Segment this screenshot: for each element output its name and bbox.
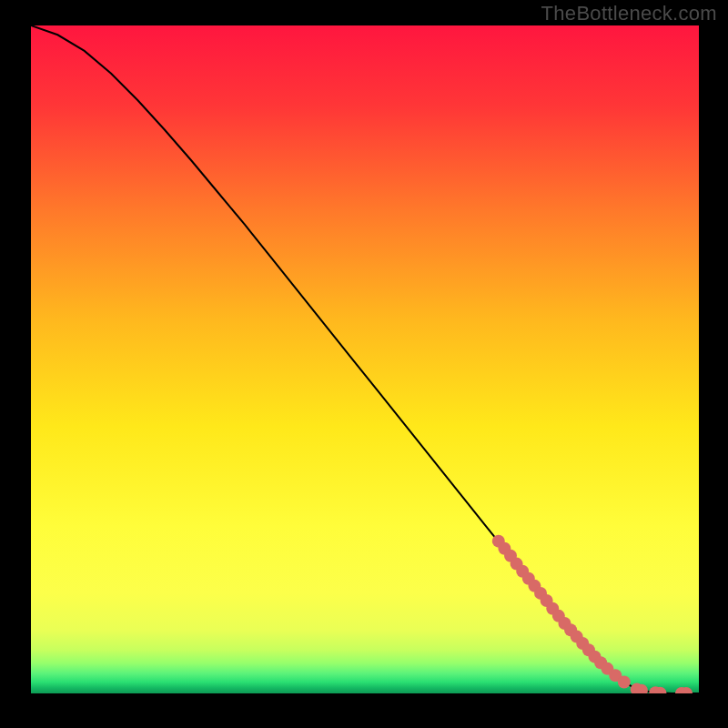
plot-area bbox=[31, 25, 699, 693]
gradient-background bbox=[31, 25, 699, 693]
chart-svg bbox=[31, 25, 699, 693]
chart-frame: TheBottleneck.com bbox=[0, 0, 728, 728]
watermark-text: TheBottleneck.com bbox=[541, 2, 717, 25]
marker-dot bbox=[618, 676, 631, 689]
